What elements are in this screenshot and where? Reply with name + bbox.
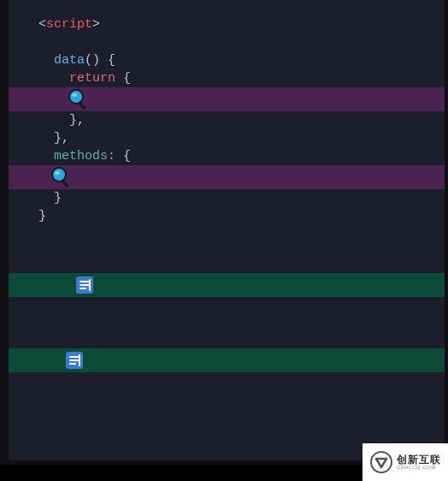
property-key: methods <box>54 149 108 163</box>
highlight-band-green <box>9 348 445 372</box>
magnifier-icon <box>67 87 91 111</box>
brace: } <box>54 191 62 205</box>
svg-point-0 <box>69 90 83 104</box>
brace: { <box>100 53 115 68</box>
svg-point-3 <box>52 168 66 181</box>
parens: () <box>85 53 100 68</box>
svg-rect-13 <box>69 359 80 361</box>
svg-rect-8 <box>80 284 90 286</box>
code-line: } <box>9 189 445 207</box>
svg-point-4 <box>55 171 60 175</box>
code-editor: <script> data() { return { }, }, methods… <box>9 0 445 460</box>
logo-mark-icon <box>369 450 393 474</box>
svg-rect-9 <box>80 288 86 289</box>
site-logo: 创新互联 CXHLCQ.COM <box>363 443 448 481</box>
brace: } <box>38 209 46 223</box>
svg-rect-14 <box>69 363 76 365</box>
svg-rect-10 <box>89 279 91 291</box>
brace: }, <box>69 113 85 128</box>
highlight-band-purple <box>9 165 445 189</box>
code-line: <script> <box>9 15 445 33</box>
code-line: methods: { <box>9 147 445 165</box>
svg-point-1 <box>72 93 77 97</box>
code-line: } <box>9 207 445 225</box>
svg-rect-2 <box>79 102 87 110</box>
svg-rect-5 <box>62 180 70 188</box>
brace: { <box>115 149 131 163</box>
logo-text-cn: 创新互联 <box>397 454 441 465</box>
svg-point-16 <box>371 452 392 472</box>
brace: { <box>115 71 131 86</box>
angle-bracket: > <box>92 17 100 32</box>
document-icon <box>63 349 85 371</box>
highlight-band-green <box>9 273 445 297</box>
svg-rect-12 <box>69 356 80 358</box>
code-line: return { <box>9 69 445 87</box>
document-icon <box>74 274 96 296</box>
colon: : <box>108 149 115 163</box>
code-line: }, <box>9 129 445 147</box>
brace: }, <box>54 131 69 145</box>
keyword-return: return <box>69 71 115 86</box>
code-line: }, <box>9 111 445 129</box>
svg-rect-7 <box>80 281 90 282</box>
code-line: data() { <box>9 51 445 69</box>
magnifier-icon <box>50 165 74 189</box>
function-name: data <box>54 53 85 68</box>
logo-text-en: CXHLCQ.COM <box>397 465 441 470</box>
highlight-band-purple <box>9 87 445 111</box>
svg-rect-15 <box>79 354 80 366</box>
angle-bracket: < <box>38 17 46 32</box>
tag-name: script <box>46 17 92 32</box>
